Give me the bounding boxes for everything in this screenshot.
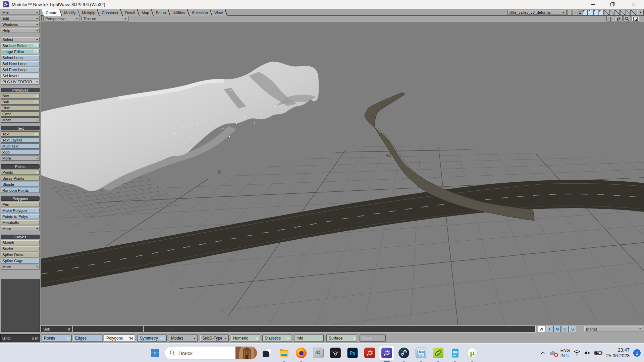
layer-button-9[interactable]	[626, 10, 631, 15]
next-object-button[interactable]: ›	[573, 10, 577, 15]
lightwave-modeler-red-button[interactable]	[362, 346, 377, 360]
layer-button-5[interactable]	[604, 10, 609, 15]
text-tool-button[interactable]: Text+W	[1, 131, 40, 137]
tab-detail[interactable]: Detail	[121, 9, 140, 16]
polygons-mode-button[interactable]: Polygons^H	[104, 335, 135, 342]
spline-draw-button[interactable]: Spline Draw	[1, 252, 40, 257]
primitives-more-dropdown[interactable]: More▼	[1, 117, 40, 123]
prev-object-button[interactable]: ‹	[567, 10, 572, 15]
start-button[interactable]	[148, 346, 162, 360]
layer-bank-dropdown[interactable]: ▼	[637, 10, 644, 15]
rotate-view-button[interactable]	[615, 16, 623, 21]
multi-text-button[interactable]: Multi Text	[1, 143, 40, 149]
render-mode-dropdown[interactable]: Texture▼	[82, 16, 128, 21]
ball-tool-button[interactable]: Ball+O	[1, 99, 40, 105]
logo-button[interactable]: logo	[1, 149, 40, 155]
vmap-color-button[interactable]: C	[561, 326, 569, 332]
layer-button-3[interactable]	[593, 10, 598, 15]
tab-setup[interactable]: Setup	[152, 9, 171, 16]
wifi-button[interactable]	[574, 350, 580, 356]
sel-prev-loop-button[interactable]: Sel Prev Loop	[1, 67, 40, 72]
symmetry-button[interactable]: Symmetry+Y	[138, 335, 167, 342]
tab-map[interactable]: Map	[138, 9, 154, 16]
photoshop-button[interactable]: Ps	[345, 346, 360, 360]
make-polygon-button[interactable]: Make Polygonp	[1, 208, 40, 213]
file-explorer-button[interactable]	[277, 346, 291, 360]
subd-type-dropdown[interactable]: SubD-Type▼	[200, 335, 229, 342]
tab-multiply[interactable]: Multiply	[78, 9, 100, 16]
steam-button[interactable]	[396, 346, 411, 360]
clock[interactable]: 23:47 25.06.2023	[606, 347, 630, 359]
layer-button-7[interactable]	[615, 10, 620, 15]
sketch-tool-button[interactable]: Sketch	[1, 240, 40, 245]
sel-next-loop-button[interactable]: Sel Next Loop	[1, 61, 40, 66]
random-points-button[interactable]: Random Points	[1, 188, 40, 193]
polygons-more-dropdown[interactable]: More▼	[1, 226, 40, 231]
stipple-button[interactable]: Stipple	[1, 182, 40, 187]
numeric-panel-button[interactable]: Numericn	[231, 335, 260, 342]
layer-button-8[interactable]	[620, 10, 625, 15]
layer-button-10[interactable]	[631, 10, 636, 15]
battery-button[interactable]	[594, 351, 602, 355]
toolbar-handle[interactable]	[41, 16, 42, 21]
volume-button[interactable]	[584, 350, 591, 356]
layer-button-1[interactable]	[583, 10, 588, 15]
vmap-morph-button[interactable]: M	[553, 326, 561, 332]
minimize-button[interactable]	[585, 0, 601, 9]
select-loop-button[interactable]: Select Loop	[1, 55, 40, 60]
vmap-weight-button[interactable]: W	[538, 326, 545, 332]
search-box[interactable]: Поиск	[165, 346, 257, 360]
points-tool-button[interactable]: Points+	[1, 170, 40, 175]
surface-button[interactable]: Surfaceq	[326, 335, 357, 342]
tab-view[interactable]: View	[210, 9, 227, 16]
text-layers-button[interactable]: Text Layers	[1, 137, 40, 143]
edges-mode-button[interactable]: Edges	[73, 335, 103, 342]
notification-badge[interactable]: 2	[633, 349, 641, 357]
perspective-viewport[interactable]: +Z X	[41, 22, 644, 325]
lightwave-modeler-active-button[interactable]	[379, 346, 394, 360]
lightwave-layout-button[interactable]	[311, 346, 326, 360]
layer-button-6[interactable]	[609, 10, 614, 15]
plg-uv-editor-button[interactable]: PLG UV EDITOR▼	[1, 79, 40, 84]
firefox-button[interactable]	[294, 346, 309, 360]
utorrent-button[interactable]: µ	[465, 346, 480, 360]
tab-construct[interactable]: Construct	[98, 9, 123, 16]
peazip-button[interactable]	[431, 346, 445, 360]
menu-help[interactable]: Help▼	[1, 28, 40, 33]
points-to-polys-button[interactable]: Points to Polys	[1, 214, 40, 219]
select-dropdown[interactable]: Select▼	[1, 37, 40, 42]
spline-cage-button[interactable]: Spline Cage	[1, 258, 40, 263]
tab-create[interactable]: Create	[42, 9, 62, 16]
pen-tool-button[interactable]: Pen	[1, 202, 40, 207]
view-mode-dropdown[interactable]: Perspective▼	[43, 16, 80, 21]
vmap-selection-button[interactable]: S	[569, 326, 576, 332]
text-more-dropdown[interactable]: More▼	[1, 156, 40, 161]
pan-view-button[interactable]	[606, 16, 614, 21]
cone-tool-button[interactable]: Cone	[1, 111, 40, 117]
sel-invert-button[interactable]: Sel Invert	[1, 73, 40, 78]
menu-file[interactable]: File▼	[1, 10, 40, 15]
statistics-panel-button[interactable]: Statisticsw	[262, 335, 292, 342]
disc-tool-button[interactable]: Disc	[1, 105, 40, 111]
box-tool-button[interactable]: Box+X	[1, 93, 40, 99]
task-view-button[interactable]	[260, 346, 274, 360]
surface-editor-button[interactable]: Surface EditorF5	[1, 43, 40, 48]
menu-windows[interactable]: Windows▼	[1, 22, 40, 27]
close-button[interactable]	[626, 0, 641, 9]
vmap-texture-button[interactable]: T	[546, 326, 553, 332]
menu-edit[interactable]: Edit▼	[1, 16, 40, 21]
system-info-app-button[interactable]	[414, 346, 428, 360]
maximize-viewport-button[interactable]	[632, 16, 639, 21]
metaballs-button[interactable]: Metaballs	[1, 220, 40, 225]
bezier-tool-button[interactable]: Bezier	[1, 246, 40, 251]
tray-overflow-button[interactable]	[540, 352, 545, 355]
points-mode-button[interactable]: Points^G	[42, 335, 72, 342]
object-selector-dropdown[interactable]: little_valley_v3_deforms▼	[507, 10, 567, 15]
info-panel-button[interactable]: Infoi	[294, 335, 324, 342]
tab-selection[interactable]: Selection	[187, 9, 212, 16]
bull-logo-app-button[interactable]	[328, 346, 343, 360]
vmap-selector-dropdown[interactable]: (none)▼	[584, 326, 643, 332]
tab-utilities[interactable]: Utilities	[168, 9, 190, 16]
spray-points-button[interactable]: Spray Points	[1, 176, 40, 181]
zoom-view-button[interactable]	[623, 16, 631, 21]
